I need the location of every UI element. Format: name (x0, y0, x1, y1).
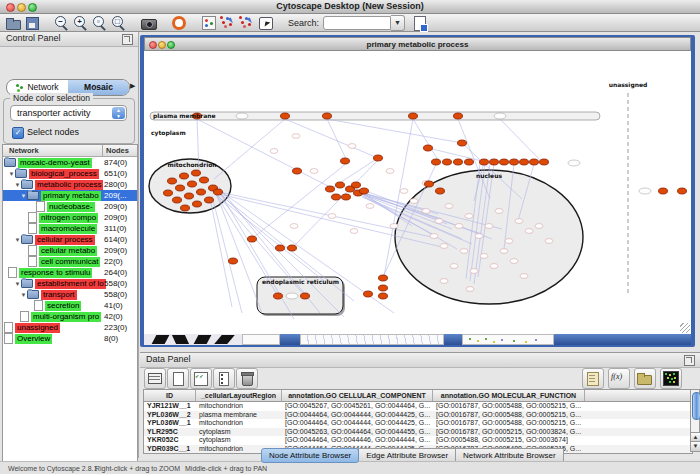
graph-node[interactable] (176, 185, 185, 191)
table-row[interactable]: YKR052Ccytoplasm[GO:0044464, GO:0044446,… (144, 436, 692, 445)
graph-node[interactable] (214, 189, 223, 195)
tree-row[interactable]: ▼primary metabo209(... (3, 190, 137, 201)
tree-node-label[interactable]: establishment of lo (35, 279, 106, 289)
graph-node[interactable] (173, 197, 182, 203)
node-color-dropdown[interactable]: transporter activity ▲▼ (10, 105, 127, 121)
tree-node-label[interactable]: cellular process (35, 235, 95, 245)
graph-node[interactable] (336, 182, 345, 188)
network-from-selection-all-edges-icon[interactable] (238, 15, 257, 31)
zoom-in-icon[interactable] (72, 15, 91, 31)
table-row[interactable]: YJR121W__1mitochondrion[GO:0045267, GO:0… (144, 402, 692, 411)
float-panel-icon[interactable] (684, 355, 695, 366)
graph-node[interactable] (436, 188, 445, 194)
graph-node[interactable] (205, 197, 214, 203)
graph-node[interactable] (500, 159, 509, 165)
tree-node-label[interactable]: response to stimulu (19, 268, 92, 278)
search-dropdown-arrow-icon[interactable]: ▼ (391, 15, 405, 31)
graph-node[interactable] (229, 258, 238, 264)
open-icon[interactable] (4, 15, 23, 31)
tree-row[interactable]: nitrogen compo209(0) (3, 212, 137, 223)
create-attribute-icon[interactable] (167, 368, 189, 389)
select-attributes-icon[interactable] (190, 368, 212, 389)
graph-node[interactable] (678, 188, 687, 194)
search-options-icon[interactable] (411, 15, 430, 31)
attribute-list-icon[interactable] (213, 368, 235, 389)
network-overview-icon[interactable] (200, 15, 219, 31)
graph-node[interactable] (530, 159, 539, 165)
network-window-titlebar[interactable]: primary metabolic process (144, 37, 691, 51)
tree-row[interactable]: nucleobase-209(0) (3, 201, 137, 212)
graph-node[interactable] (341, 158, 350, 164)
tree-node-label[interactable]: Overview (15, 334, 52, 344)
graph-node[interactable] (424, 145, 433, 151)
tree-row[interactable]: macromolecule311(0) (3, 223, 137, 234)
graph-node[interactable] (181, 205, 190, 211)
graph-node[interactable] (465, 159, 474, 165)
graph-node[interactable] (326, 186, 335, 192)
graph-node[interactable] (374, 155, 383, 161)
tree-row[interactable]: ▼establishment of lo558(0) (3, 278, 137, 289)
graph-node[interactable] (274, 293, 283, 299)
tree-row[interactable]: secretion41(0) (3, 300, 137, 311)
graph-node[interactable] (193, 201, 202, 207)
graph-node[interactable] (276, 245, 285, 251)
annotation-icon[interactable] (257, 15, 276, 31)
graph-node[interactable] (301, 293, 310, 299)
graph-node[interactable] (443, 159, 452, 165)
graph-node[interactable] (352, 182, 361, 188)
disclosure-triangle-icon[interactable]: ▼ (14, 237, 21, 243)
zoom-selected-icon[interactable] (110, 15, 129, 31)
scroll-down-icon[interactable]: ▼ (691, 441, 700, 451)
graph-node[interactable] (200, 177, 209, 183)
tree-node-label[interactable]: mosaic-demo-yeast (18, 158, 92, 168)
tree-node-label[interactable]: cell communicat (39, 257, 100, 267)
tab-node-attribute-browser[interactable]: Node Attribute Browser (261, 448, 359, 463)
graph-node[interactable] (364, 291, 373, 297)
tree-node-label[interactable]: unassigned (15, 323, 60, 333)
graph-node[interactable] (379, 293, 388, 299)
formula-icon[interactable] (608, 368, 630, 389)
column-header[interactable]: ID (144, 390, 196, 401)
help-icon[interactable] (170, 15, 189, 31)
table-row[interactable]: YLR295Ccytoplasm[GO:0045263, GO:0044464,… (144, 428, 692, 437)
disclosure-triangle-icon[interactable]: ▼ (20, 292, 27, 298)
tree-row[interactable]: unassigned223(0) (3, 322, 137, 333)
graph-node[interactable] (342, 194, 351, 200)
dropdown-stepper-icon[interactable]: ▲▼ (112, 107, 125, 119)
disclosure-triangle-icon[interactable]: ▼ (14, 182, 21, 188)
graph-node[interactable] (454, 159, 463, 165)
graph-node[interactable] (510, 159, 519, 165)
graph-node[interactable] (168, 178, 177, 184)
disclosure-triangle-icon[interactable]: ▼ (8, 171, 15, 177)
notes-icon[interactable] (582, 368, 604, 389)
attribute-table[interactable]: ID_cellularLayoutRegionannotation.GO CEL… (143, 389, 693, 454)
network-canvas[interactable]: plasma membranecytoplasmmitochondrionnuc… (144, 51, 691, 334)
select-nodes-checkbox[interactable]: ✓ (12, 127, 24, 139)
zoom-out-icon[interactable] (53, 15, 72, 31)
tree-node-label[interactable]: secretion (45, 301, 81, 311)
zoom-window-icon[interactable] (167, 41, 175, 49)
graph-node[interactable] (288, 245, 297, 251)
tree-row[interactable]: cellular metabo209(0) (3, 245, 137, 256)
column-header[interactable]: annotation.GO MOLECULAR_FUNCTION (433, 390, 585, 401)
graph-node[interactable] (323, 113, 332, 119)
delete-attribute-icon[interactable] (236, 368, 258, 389)
graph-node[interactable] (490, 159, 499, 165)
disclosure-triangle-icon[interactable]: ▼ (20, 193, 27, 199)
tree-node-label[interactable]: nucleobase- (47, 202, 95, 212)
tree-row[interactable]: response to stimulu264(0) (3, 267, 137, 278)
zoom-fit-icon[interactable] (91, 15, 110, 31)
graph-node[interactable] (432, 159, 441, 165)
tab-overflow-arrow-icon[interactable]: ▶ (130, 82, 135, 90)
tree-node-label[interactable]: nitrogen compo (39, 213, 98, 223)
snapshot-icon[interactable] (140, 15, 159, 31)
graph-node[interactable] (164, 190, 173, 196)
graph-node[interactable] (409, 113, 418, 119)
graph-node[interactable] (520, 159, 529, 165)
tree-row[interactable]: ▼transport558(0) (3, 289, 137, 300)
close-window-icon[interactable] (149, 41, 157, 49)
float-panel-icon[interactable] (122, 34, 133, 45)
graph-node[interactable] (185, 193, 194, 199)
matrix-icon[interactable] (660, 368, 682, 389)
table-row[interactable]: YPL036W__1mitochondrion[GO:0044464, GO:0… (144, 419, 692, 428)
